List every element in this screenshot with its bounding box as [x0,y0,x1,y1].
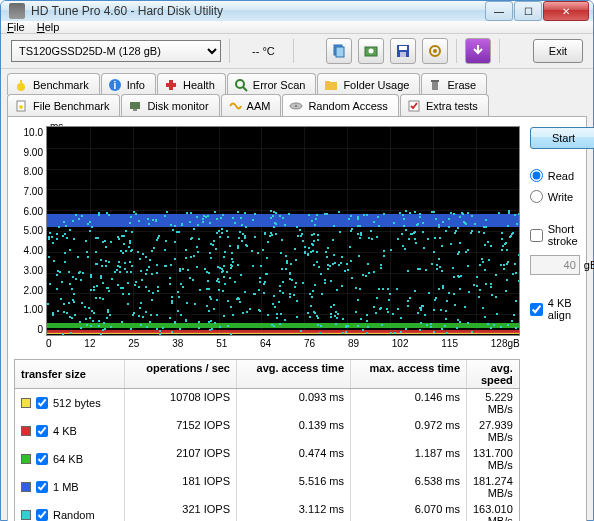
results-cell: 6.538 ms [351,473,467,501]
series-color-swatch [21,398,31,408]
menu-help[interactable]: Help [37,21,60,33]
svg-rect-22 [431,80,439,82]
random-access-icon [289,99,303,113]
device-select[interactable]: TS120GSSD25D-M (128 gB) [11,40,221,62]
results-table: transfer sizeoperations / secavg. access… [14,359,520,521]
tab-label: Disk monitor [147,100,208,112]
tab-folder-usage[interactable]: Folder Usage [317,73,420,95]
svg-rect-25 [130,102,140,109]
svg-rect-12 [20,80,22,85]
folder-usage-icon [324,78,338,92]
results-cell: 5.516 ms [237,473,351,501]
svg-rect-26 [133,109,137,111]
series-color-swatch [21,510,31,520]
tab-file-benchmark[interactable]: File Benchmark [7,94,120,116]
series-toggle[interactable] [36,509,48,521]
results-cell: 0.093 ms [237,389,351,417]
transfer-size: 512 bytes [53,397,101,409]
results-cell: 10708 IOPS [125,389,237,417]
results-cell: 3.112 ms [237,501,351,521]
scatter-plot [46,126,520,336]
results-cell: 1.187 ms [351,445,467,473]
results-cell: 131.700 MB/s [467,445,519,473]
results-cell: 5.229 MB/s [467,389,519,417]
tab-random-access[interactable]: Random Access [282,94,398,116]
short-stroke-value[interactable] [530,255,580,275]
settings-button[interactable] [422,38,448,64]
screenshot-button[interactable] [358,38,384,64]
tab-label: Health [183,79,215,91]
close-button[interactable]: ✕ [543,1,589,21]
refresh-button[interactable] [465,38,491,64]
svg-rect-7 [399,46,407,50]
results-header: avg. speed [467,360,519,388]
read-radio[interactable]: Read [530,169,594,182]
copy-info-button[interactable] [326,38,352,64]
toolbar: TS120GSSD25D-M (128 gB) -- °C Exit [1,34,593,69]
x-axis: 012253851647689102115128gB [46,336,520,349]
tab-info[interactable]: iInfo [101,73,156,95]
tab-benchmark[interactable]: Benchmark [7,73,100,95]
temperature-value: -- °C [252,45,275,57]
write-radio[interactable]: Write [530,190,594,203]
results-row: 4 KB7152 IOPS0.139 ms0.972 ms27.939 MB/s [15,417,519,445]
file-benchmark-icon [14,99,28,113]
tab-label: Erase [447,79,476,91]
tab-aam[interactable]: AAM [221,94,282,116]
access-time-graph: ms 10.09.008.007.006.005.004.003.002.001… [14,123,520,355]
minimize-button[interactable]: — [485,1,513,21]
save-button[interactable] [390,38,416,64]
extra-tests-icon [407,99,421,113]
tab-label: Folder Usage [343,79,409,91]
app-icon [9,3,25,19]
tab-label: Extra tests [426,100,478,112]
svg-rect-3 [336,47,344,57]
results-cell: 27.939 MB/s [467,417,519,445]
series-toggle[interactable] [36,481,48,493]
health-icon [164,78,178,92]
disk-monitor-icon [128,99,142,113]
series-toggle[interactable] [36,397,48,409]
results-cell: 0.146 ms [351,389,467,417]
start-button[interactable]: Start [530,127,594,149]
tab-row-1: BenchmarkiInfoHealthError ScanFolder Usa… [7,73,587,95]
transfer-size: 1 MB [53,481,79,493]
tab-label: AAM [247,100,271,112]
tab-content-random-access: ms 10.09.008.007.006.005.004.003.002.001… [7,116,587,521]
menubar: File Help [1,21,593,34]
results-row: 64 KB2107 IOPS0.474 ms1.187 ms131.700 MB… [15,445,519,473]
maximize-button[interactable]: ☐ [514,1,542,21]
tab-disk-monitor[interactable]: Disk monitor [121,94,219,116]
menu-file[interactable]: File [7,21,25,33]
svg-point-10 [433,49,437,53]
tab-extra-tests[interactable]: Extra tests [400,94,489,116]
results-header: transfer size [15,360,125,388]
svg-point-28 [295,105,297,107]
info-icon: i [108,78,122,92]
erase-icon [428,78,442,92]
short-stroke-check[interactable]: Short stroke [530,223,594,247]
controls-panel: Start Read Write Short stroke gB 4 KB al… [530,123,594,521]
temperature-display: -- °C [248,45,275,57]
results-header: avg. access time [237,360,351,388]
series-color-swatch [21,482,31,492]
error-scan-icon [234,78,248,92]
aam-icon [228,99,242,113]
results-cell: 0.139 ms [237,417,351,445]
svg-point-5 [368,49,373,54]
series-toggle[interactable] [36,425,48,437]
exit-button[interactable]: Exit [533,39,583,63]
svg-point-17 [236,80,244,88]
tab-label: Benchmark [33,79,89,91]
y-axis: 10.09.008.007.006.005.004.003.002.001.00… [14,123,46,355]
series-toggle[interactable] [36,453,48,465]
tab-health[interactable]: Health [157,73,226,95]
benchmark-icon [14,78,28,92]
results-cell: 0.474 ms [237,445,351,473]
results-cell: 6.070 ms [351,501,467,521]
tab-label: Random Access [308,100,387,112]
tab-erase[interactable]: Erase [421,73,487,95]
4kb-align-check[interactable]: 4 KB align [530,297,594,321]
series-color-swatch [21,454,31,464]
tab-error-scan[interactable]: Error Scan [227,73,317,95]
